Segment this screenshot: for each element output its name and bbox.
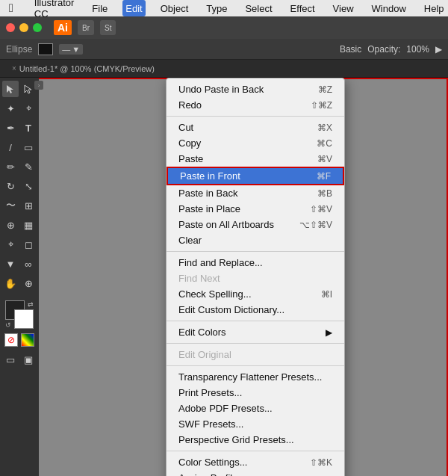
menu-edit[interactable]: Edit xyxy=(122,0,145,16)
menu-item-paste-label: Paste xyxy=(178,153,317,164)
menu-item-adobe-pdf-presets[interactable]: Adobe PDF Presets... xyxy=(167,401,344,416)
rotate-tool-group: ↻ ⤡ xyxy=(2,178,37,194)
type-tool-button[interactable]: T xyxy=(20,120,37,136)
menu-item-paste[interactable]: Paste ⌘V xyxy=(167,151,344,167)
hand-tool-button[interactable]: ✋ xyxy=(2,275,19,291)
menu-item-clear[interactable]: Clear xyxy=(167,232,344,248)
color-mode-box[interactable] xyxy=(21,333,34,347)
menu-item-redo-label: Redo xyxy=(178,99,311,111)
menu-effect[interactable]: Effect xyxy=(287,0,318,16)
more-options[interactable]: ▶ xyxy=(435,44,442,55)
swap-colors-icon[interactable]: ⇄ xyxy=(28,300,34,308)
menu-item-assign-profile[interactable]: Assign Profile... xyxy=(167,470,344,476)
blend-tool-button[interactable]: ∞ xyxy=(20,256,37,272)
menu-item-edit-colors[interactable]: Edit Colors ▶ xyxy=(167,324,344,340)
menu-item-transparency-flattener[interactable]: Transparency Flattener Presets... xyxy=(167,369,344,385)
selection-tool-button[interactable] xyxy=(2,81,19,97)
separator-3 xyxy=(167,321,344,321)
menu-help[interactable]: Help xyxy=(421,0,447,16)
scale-tool-button[interactable]: ⤡ xyxy=(20,178,37,194)
close-button[interactable] xyxy=(6,23,15,32)
menu-item-undo[interactable]: Undo Paste in Back ⌘Z xyxy=(167,81,344,97)
menu-item-redo[interactable]: Redo ⇧⌘Z xyxy=(167,97,344,113)
menu-illustrator-cc[interactable]: Illustrator CC xyxy=(31,0,77,16)
column-graph-button[interactable]: ▦ xyxy=(20,217,37,233)
free-transform-button[interactable]: ⊞ xyxy=(20,197,37,214)
canvas-area: Undo Paste in Back ⌘Z Redo ⇧⌘Z Cut ⌘X Co… xyxy=(39,78,448,476)
menu-file[interactable]: File xyxy=(89,0,111,16)
menu-item-find-replace[interactable]: Find and Replace... xyxy=(167,255,344,271)
menu-item-redo-shortcut: ⇧⌘Z xyxy=(311,100,332,111)
separator-5 xyxy=(167,365,344,366)
menu-item-perspective-grid-presets-label: Perspective Grid Presets... xyxy=(178,434,332,445)
menu-item-adobe-pdf-presets-label: Adobe PDF Presets... xyxy=(178,403,332,414)
rotate-tool-button[interactable]: ↻ xyxy=(2,178,19,194)
main-area: › ✦ ⌖ ✒ T / ▭ ✏ ✎ ↻ ⤡ xyxy=(0,78,448,476)
menu-window[interactable]: Window xyxy=(369,0,409,16)
symbol-sprayer-button[interactable]: ⊕ xyxy=(2,217,19,233)
none-color-box[interactable]: ⊘ xyxy=(4,333,18,347)
menu-item-perspective-grid-presets[interactable]: Perspective Grid Presets... xyxy=(167,432,344,448)
menu-item-paste-in-back[interactable]: Paste in Back ⌘B xyxy=(167,185,344,201)
color-boxes: ⇄ ↺ xyxy=(5,300,34,329)
toolbar-collapse-button[interactable]: › xyxy=(34,81,43,90)
pencil-tool-button[interactable]: ✎ xyxy=(20,158,37,175)
menu-item-copy-shortcut: ⌘C xyxy=(317,138,332,149)
warp-tool-button[interactable]: 〜 xyxy=(2,197,19,214)
lasso-tool-button[interactable]: ⌖ xyxy=(20,100,37,117)
menu-item-copy[interactable]: Copy ⌘C xyxy=(167,135,344,151)
menu-item-color-settings-label: Color Settings... xyxy=(178,457,310,468)
menu-item-swf-presets[interactable]: SWF Presets... xyxy=(167,416,344,432)
menu-bar:  Illustrator CC File Edit Object Type S… xyxy=(0,0,448,16)
separator-1 xyxy=(167,116,344,117)
menu-item-find-next-label: Find Next xyxy=(178,273,332,284)
paintbrush-tool-button[interactable]: ✏ xyxy=(2,158,19,175)
menu-item-assign-profile-label: Assign Profile... xyxy=(178,472,332,476)
tab-close-icon[interactable]: × xyxy=(12,64,16,72)
menu-item-transparency-flattener-label: Transparency Flattener Presets... xyxy=(178,371,332,383)
menu-object[interactable]: Object xyxy=(158,0,192,16)
screen-mode-button[interactable]: ▣ xyxy=(20,351,37,368)
menu-item-check-spelling[interactable]: Check Spelling... ⌘I xyxy=(167,286,344,302)
menu-item-paste-in-front[interactable]: Paste in Front ⌘F xyxy=(167,167,344,185)
document-tab[interactable]: × Untitled-1* @ 100% (CMYK/Preview) xyxy=(6,60,161,78)
magic-wand-tool-button[interactable]: ✦ xyxy=(2,100,19,117)
background-color[interactable] xyxy=(14,309,34,329)
rectangle-tool-button[interactable]: ▭ xyxy=(20,139,37,155)
reset-colors-icon[interactable]: ↺ xyxy=(5,321,11,329)
menu-item-paste-in-place[interactable]: Paste in Place ⇧⌘V xyxy=(167,201,344,217)
menu-view[interactable]: View xyxy=(330,0,357,16)
menu-item-print-presets[interactable]: Print Presets... xyxy=(167,385,344,401)
pen-tool-button[interactable]: ✒ xyxy=(2,120,19,136)
minimize-button[interactable] xyxy=(19,23,28,32)
stroke-color-box[interactable] xyxy=(38,43,53,55)
separator-4 xyxy=(167,343,344,344)
menu-item-check-spelling-label: Check Spelling... xyxy=(178,288,321,300)
menu-select[interactable]: Select xyxy=(242,0,275,16)
menu-item-cut[interactable]: Cut ⌘X xyxy=(167,120,344,135)
eyedropper-tool-button[interactable]: ▼ xyxy=(2,256,19,272)
st-button[interactable]: St xyxy=(100,20,116,35)
traffic-lights xyxy=(6,23,42,32)
menu-item-color-settings[interactable]: Color Settings... ⇧⌘K xyxy=(167,454,344,470)
menu-item-print-presets-label: Print Presets... xyxy=(178,387,332,398)
maximize-button[interactable] xyxy=(33,23,42,32)
menu-type[interactable]: Type xyxy=(203,0,230,16)
stroke-dropdown[interactable]: —▼ xyxy=(59,44,83,55)
menu-item-edit-custom-dictionary[interactable]: Edit Custom Dictionary... xyxy=(167,302,344,318)
app-toolbar: Ai Br St xyxy=(0,16,448,39)
zoom-tool-button[interactable]: ⊕ xyxy=(20,275,37,291)
separator-6 xyxy=(167,451,344,451)
menu-item-paste-in-back-shortcut: ⌘B xyxy=(317,188,332,199)
draw-mode-button[interactable]: ▭ xyxy=(2,351,19,368)
br-button[interactable]: Br xyxy=(78,20,94,35)
menu-item-paste-all-artboards[interactable]: Paste on All Artboards ⌥⇧⌘V xyxy=(167,217,344,232)
menu-item-swf-presets-label: SWF Presets... xyxy=(178,418,332,430)
eraser-tool-button[interactable]: ◻ xyxy=(20,236,37,253)
menu-item-paste-in-front-label: Paste in Front xyxy=(180,170,317,182)
menu-item-edit-original: Edit Original xyxy=(167,347,344,362)
apple-menu[interactable]:  xyxy=(6,0,16,16)
menu-item-paste-all-artboards-shortcut: ⌥⇧⌘V xyxy=(299,220,332,230)
slice-tool-button[interactable]: ⌖ xyxy=(2,236,19,253)
line-tool-button[interactable]: / xyxy=(2,139,19,155)
